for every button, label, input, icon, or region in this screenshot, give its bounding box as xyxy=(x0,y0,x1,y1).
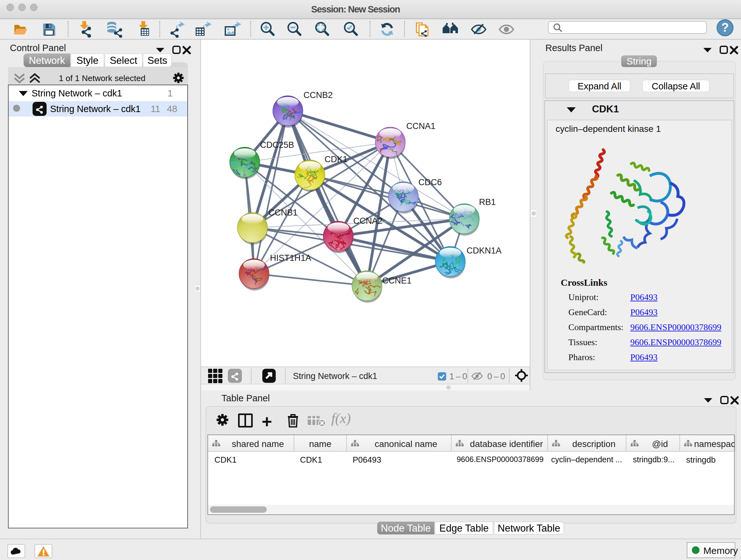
svg-text:CCNB2: CCNB2 xyxy=(304,90,333,100)
svg-text:CDKN1A: CDKN1A xyxy=(467,246,502,255)
svg-text:CCNE1: CCNE1 xyxy=(382,276,412,286)
svg-text:RB1: RB1 xyxy=(479,197,496,207)
svg-text:CCNA2: CCNA2 xyxy=(353,216,383,226)
svg-text:CCNB1: CCNB1 xyxy=(268,208,298,217)
svg-text:CDC25B: CDC25B xyxy=(260,140,294,150)
svg-text:HIST1H1A: HIST1H1A xyxy=(270,253,311,263)
svg-text:CDK1: CDK1 xyxy=(325,154,347,164)
svg-text:CCNA1: CCNA1 xyxy=(406,121,435,131)
svg-text:?: ? xyxy=(721,21,729,34)
svg-text:CDC6: CDC6 xyxy=(418,178,442,187)
